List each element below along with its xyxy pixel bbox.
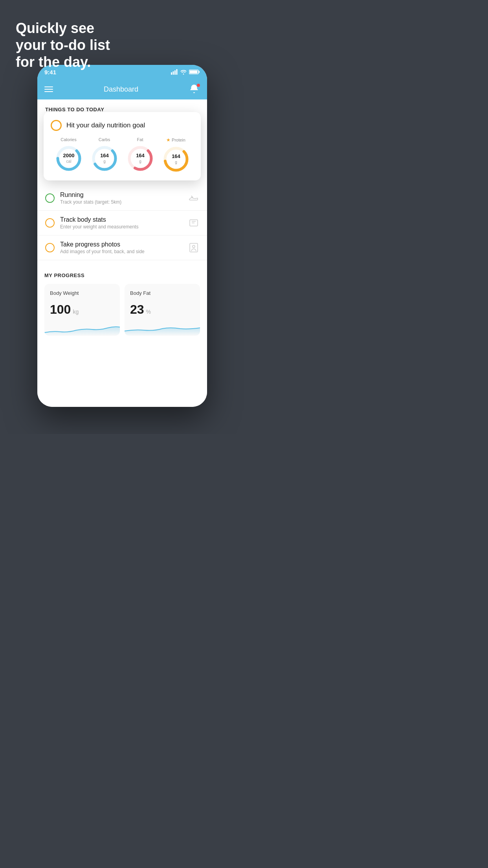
svg-text:2000: 2000 [63,153,74,158]
progress-header: MY PROGRESS [44,268,200,278]
todo-title-running: Running [60,191,183,199]
nutrition-card-title: Hit your daily nutrition goal [66,121,145,129]
signal-icon [171,69,178,75]
svg-text:164: 164 [100,153,109,158]
carbs-label: Carbs [99,137,110,142]
main-content: THINGS TO DO TODAY Hit your daily nutrit… [37,99,207,407]
svg-text:g: g [175,160,177,164]
body-weight-title: Body Weight [50,290,114,296]
phone-shell: 9:41 Dashboard [37,65,207,407]
svg-rect-0 [171,72,172,75]
protein-ring: ★ Protein 164 g [162,137,190,173]
nav-bar: Dashboard [37,79,207,99]
body-weight-chart [44,322,120,336]
svg-rect-6 [199,71,200,73]
body-fat-unit: % [146,309,151,315]
svg-rect-3 [176,69,178,75]
fat-ring: Fat 164 g [126,137,154,173]
todo-list: Running Track your stats (target: 5km) T… [37,186,207,260]
svg-rect-1 [173,72,174,75]
todo-text-body-stats: Track body stats Enter your weight and m… [60,216,183,230]
body-fat-value: 23 [130,302,144,317]
fat-ring-svg: 164 g [126,144,154,173]
svg-text:164: 164 [172,153,180,159]
protein-label: ★ Protein [166,137,185,143]
body-fat-title: Body Fat [130,290,194,296]
battery-icon [189,69,200,75]
todo-text-running: Running Track your stats (target: 5km) [60,191,183,205]
carbs-ring-svg: 164 g [90,144,119,173]
todo-text-progress-photos: Take progress photos Add images of your … [60,241,183,254]
hero-text: Quickly see your to-do list for the day. [16,20,110,71]
body-fat-card: Body Fat 23 % [125,284,200,336]
todo-circle-running [45,193,55,203]
progress-section: MY PROGRESS Body Weight 100 kg [37,268,207,336]
carbs-ring: Carbs 164 g [90,137,119,173]
svg-rect-2 [174,70,176,75]
protein-ring-svg: 164 g [162,145,190,173]
todo-subtitle-running: Track your stats (target: 5km) [60,199,183,205]
wifi-icon [180,69,187,75]
nutrition-rings: Calories 2000 cal Carbs 164 g [51,137,194,173]
todo-title-body-stats: Track body stats [60,216,183,223]
calories-ring: Calories 2000 cal [55,137,83,173]
todo-subtitle-progress-photos: Add images of your front, back, and side [60,249,183,254]
body-weight-unit: kg [73,309,79,315]
bell-notification-dot [197,84,200,87]
svg-rect-5 [190,71,198,74]
todo-item-progress-photos[interactable]: Take progress photos Add images of your … [37,235,207,260]
nutrition-card-header: Hit your daily nutrition goal [51,120,194,131]
status-icons [171,69,200,75]
svg-point-27 [193,245,195,248]
todo-circle-progress-photos [45,243,55,252]
nutrition-check-circle [51,120,62,131]
body-weight-card: Body Weight 100 kg [44,284,120,336]
body-weight-value: 100 [50,302,71,317]
todo-subtitle-body-stats: Enter your weight and measurements [60,224,183,230]
star-icon: ★ [166,137,171,143]
todo-item-running[interactable]: Running Track your stats (target: 5km) [37,186,207,211]
calories-label: Calories [61,137,76,142]
todo-item-body-stats[interactable]: Track body stats Enter your weight and m… [37,211,207,235]
nutrition-card: Hit your daily nutrition goal Calories 2… [44,112,201,180]
svg-text:164: 164 [136,153,145,158]
svg-text:g: g [139,159,141,164]
todo-circle-body-stats [45,218,55,228]
svg-text:g: g [103,159,106,164]
nav-title: Dashboard [104,85,138,94]
todo-title-progress-photos: Take progress photos [60,241,183,248]
menu-icon[interactable] [44,86,53,92]
shoe-icon [188,193,199,204]
svg-text:cal: cal [66,159,71,164]
progress-cards: Body Weight 100 kg [44,284,200,336]
body-weight-value-row: 100 kg [50,302,114,317]
fat-label: Fat [137,137,143,142]
calories-ring-svg: 2000 cal [55,144,83,173]
bell-button[interactable] [189,84,200,95]
person-icon [188,242,199,253]
body-fat-chart [125,322,200,336]
body-fat-value-row: 23 % [130,302,194,317]
scale-icon [188,217,199,228]
